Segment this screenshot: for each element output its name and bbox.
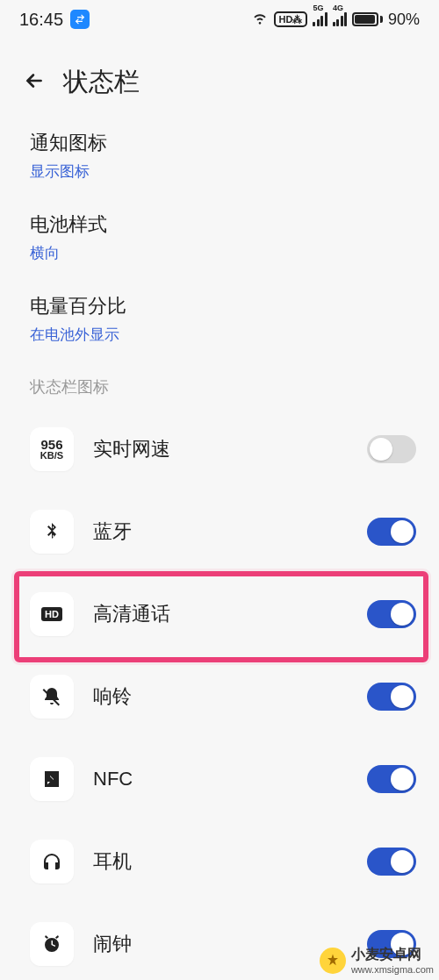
row-label: 通知图标 [30, 130, 409, 156]
toggle-bluetooth[interactable] [367, 518, 416, 546]
battery-icon [352, 12, 383, 26]
watermark-url: www.xmsigma.com [351, 964, 434, 975]
watermark-icon [320, 948, 346, 974]
nfc-icon [30, 757, 74, 801]
item-ring[interactable]: 响铃 [0, 655, 439, 738]
status-time: 16:45 [19, 10, 63, 30]
item-nfc[interactable]: NFC [0, 738, 439, 820]
row-label: 电量百分比 [30, 293, 409, 319]
wifi-icon [251, 10, 269, 30]
item-label: 蓝牙 [93, 519, 367, 545]
item-netspeed[interactable]: 956KB/S 实时网速 [0, 408, 439, 490]
page-title: 状态栏 [63, 65, 140, 100]
row-value: 横向 [30, 243, 409, 263]
signal-5g-icon: 5G [313, 12, 327, 26]
battery-percent: 90% [388, 11, 420, 29]
row-battery-style[interactable]: 电池样式 横向 [30, 211, 409, 263]
row-battery-percent[interactable]: 电量百分比 在电池外显示 [30, 293, 409, 345]
page-header: 状态栏 [0, 35, 439, 109]
back-button[interactable] [23, 69, 46, 97]
netspeed-icon: 956KB/S [30, 427, 74, 471]
row-label: 电池样式 [30, 211, 409, 238]
app-sync-icon [70, 10, 90, 29]
item-label: 耳机 [93, 848, 367, 875]
headphone-icon [30, 840, 74, 883]
watermark-name: 小麦安卓网 [351, 947, 421, 962]
item-hd-call[interactable]: HD 高清通话 [0, 573, 439, 655]
bluetooth-icon [30, 510, 74, 554]
signal-4g-icon: 4G [333, 12, 348, 26]
toggle-nfc[interactable] [367, 765, 416, 793]
row-notification-icon[interactable]: 通知图标 显示图标 [30, 130, 409, 182]
toggle-netspeed[interactable] [367, 435, 416, 463]
bell-off-icon [30, 675, 74, 719]
row-value: 显示图标 [30, 161, 409, 182]
alarm-icon [30, 922, 74, 966]
toggle-ring[interactable] [367, 683, 416, 711]
item-label: NFC [93, 768, 367, 790]
watermark: 小麦安卓网 www.xmsigma.com [320, 946, 434, 975]
hd-icon: HD [30, 592, 74, 636]
toggle-headphone[interactable] [367, 848, 416, 876]
item-label: 高清通话 [93, 601, 367, 627]
item-label: 实时网速 [93, 436, 367, 462]
section-title: 状态栏图标 [0, 361, 439, 408]
row-value: 在电池外显示 [30, 325, 409, 345]
hd-badge-icon: HD⁂ [274, 11, 308, 27]
item-label: 响铃 [93, 683, 367, 710]
toggle-hd-call[interactable] [367, 600, 416, 628]
status-bar: 16:45 HD⁂ 5G 4G 90% [0, 0, 439, 35]
item-bluetooth[interactable]: 蓝牙 [0, 490, 439, 573]
item-headphone[interactable]: 耳机 [0, 820, 439, 903]
